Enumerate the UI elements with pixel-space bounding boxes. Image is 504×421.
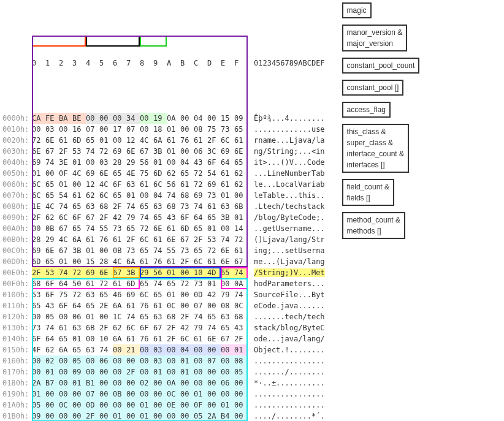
hex-byte: 76 bbox=[140, 300, 153, 311]
hex-byte: 01 bbox=[153, 157, 167, 168]
hex-col-header: 4 bbox=[86, 58, 99, 69]
hex-ascii: .......tech/tech bbox=[254, 311, 325, 322]
hex-byte: 00 bbox=[234, 389, 248, 400]
hex-byte: 00 bbox=[59, 311, 72, 322]
hex-offset: 0060h: bbox=[2, 179, 32, 190]
hex-row: 00F0h:686F64506172616D657465727301000Aho… bbox=[2, 278, 325, 289]
highlight-cpcount bbox=[140, 36, 167, 47]
hex-byte: 74 bbox=[221, 234, 234, 245]
hex-byte: 43 bbox=[45, 300, 59, 311]
legend-version: manor_version & major_version bbox=[342, 25, 408, 51]
hex-byte: 01 bbox=[167, 146, 180, 157]
hex-byte: 00 bbox=[207, 400, 221, 411]
hex-ascii: ing;...setUserna bbox=[254, 245, 325, 256]
hex-byte: 01 bbox=[126, 190, 140, 201]
hex-ascii: ................ bbox=[254, 355, 325, 366]
hex-byte: 1E bbox=[32, 201, 45, 212]
hex-byte: 6E bbox=[221, 245, 234, 256]
hex-byte: 63 bbox=[153, 201, 167, 212]
hex-byte: 06 bbox=[221, 377, 234, 389]
hex-byte: 69 bbox=[126, 289, 140, 300]
hex-row: 0120h:0005000601001C746563682F74656368..… bbox=[2, 311, 325, 322]
legend-cpool: constant_pool [] bbox=[342, 80, 404, 96]
hex-byte: 74 bbox=[59, 267, 72, 278]
hex-byte: 07 bbox=[207, 355, 221, 366]
hex-row: 0140h:6F64650100106A6176612F6C616E672Fod… bbox=[2, 333, 325, 344]
hex-byte: 76 bbox=[140, 333, 153, 344]
hex-byte: 05 bbox=[32, 400, 45, 411]
hex-byte: 4C bbox=[99, 179, 113, 190]
hex-byte: 61 bbox=[234, 135, 248, 146]
hex-byte: 68 bbox=[234, 311, 248, 322]
hex-byte: 01 bbox=[234, 212, 248, 223]
hex-byte: 06 bbox=[194, 146, 207, 157]
hex-byte: 61 bbox=[194, 333, 207, 344]
hex-byte: 00 bbox=[72, 411, 86, 421]
hex-row: 0150h:4F626A65637400210003000400000001Ob… bbox=[2, 344, 325, 355]
hex-byte: 4D bbox=[207, 267, 221, 278]
hex-row: 0180h:2AB70001B100000002000A0000000600*·… bbox=[2, 377, 325, 389]
hex-byte: 17 bbox=[113, 124, 126, 135]
highlight-magic bbox=[32, 36, 86, 47]
hex-byte: 6C bbox=[32, 190, 45, 201]
hex-byte: 68 bbox=[32, 278, 45, 289]
hex-byte: 56 bbox=[140, 157, 153, 168]
hex-byte: 0C bbox=[167, 389, 180, 400]
hex-byte: 4C bbox=[72, 168, 86, 179]
hex-byte: 53 bbox=[32, 289, 45, 300]
hex-byte: 65 bbox=[234, 157, 248, 168]
hex-byte: 73 bbox=[194, 278, 207, 289]
hex-ascii: hodParameters... bbox=[254, 278, 325, 289]
hex-byte: 00 bbox=[180, 113, 194, 124]
hex-ascii: ()Ljava/lang/Str bbox=[254, 234, 325, 245]
hex-byte: 73 bbox=[32, 322, 45, 333]
hex-byte: 00 bbox=[99, 377, 113, 389]
hex-byte: 6C bbox=[59, 212, 72, 223]
hex-offset: 0170h: bbox=[2, 366, 32, 377]
hex-byte: 01 bbox=[86, 311, 99, 322]
hex-byte: 00 bbox=[221, 278, 234, 289]
hex-byte: 73 bbox=[126, 245, 140, 256]
hex-byte: 69 bbox=[113, 146, 126, 157]
hex-byte: 00 bbox=[126, 400, 140, 411]
hex-byte: 6A bbox=[59, 344, 72, 355]
hex-byte: 01 bbox=[59, 179, 72, 190]
hex-byte: 00 bbox=[72, 400, 86, 411]
hex-byte: 28 bbox=[32, 234, 45, 245]
hex-byte: 05 bbox=[72, 355, 86, 366]
hex-byte: 61 bbox=[167, 223, 180, 234]
hex-offset: 00E0h: bbox=[2, 267, 32, 278]
hex-offset: 0080h: bbox=[2, 201, 32, 212]
hex-byte: 3B bbox=[72, 245, 86, 256]
hex-byte: 6B bbox=[234, 201, 248, 212]
hex-byte: 0B bbox=[113, 245, 126, 256]
hex-byte: 0C bbox=[167, 300, 180, 311]
hex-byte: 63 bbox=[153, 311, 167, 322]
hex-byte: 64 bbox=[45, 333, 59, 344]
hex-col-header: 3 bbox=[72, 58, 86, 69]
hex-byte: 63 bbox=[221, 311, 234, 322]
hex-col-header: A bbox=[167, 58, 180, 69]
hex-byte: 74 bbox=[153, 245, 167, 256]
hex-ascii: /blog/ByteCode;. bbox=[254, 212, 325, 223]
hex-byte: 65 bbox=[180, 168, 194, 179]
hex-byte: 6A bbox=[72, 234, 86, 245]
hex-ascii: /String;)V...Met bbox=[254, 267, 325, 278]
hex-byte: 0C bbox=[59, 400, 72, 411]
hex-byte: 00 bbox=[153, 377, 167, 389]
hex-byte: 56 bbox=[153, 267, 167, 278]
hex-byte: BE bbox=[72, 113, 86, 124]
hex-byte: 00 bbox=[180, 377, 194, 389]
hex-col-header: 7 bbox=[126, 58, 140, 69]
hex-col-header: 8 bbox=[140, 58, 153, 69]
hex-byte: 65 bbox=[221, 267, 234, 278]
hex-byte: 63 bbox=[86, 344, 99, 355]
hex-col-header: E bbox=[221, 58, 234, 69]
hex-byte: 65 bbox=[72, 223, 86, 234]
hex-byte: 08 bbox=[221, 300, 234, 311]
hex-byte: 68 bbox=[180, 190, 194, 201]
hex-byte: 6F bbox=[113, 179, 126, 190]
hex-byte: 6E bbox=[207, 333, 221, 344]
legend-access: access_flag bbox=[342, 102, 391, 118]
hex-byte: 06 bbox=[72, 311, 86, 322]
